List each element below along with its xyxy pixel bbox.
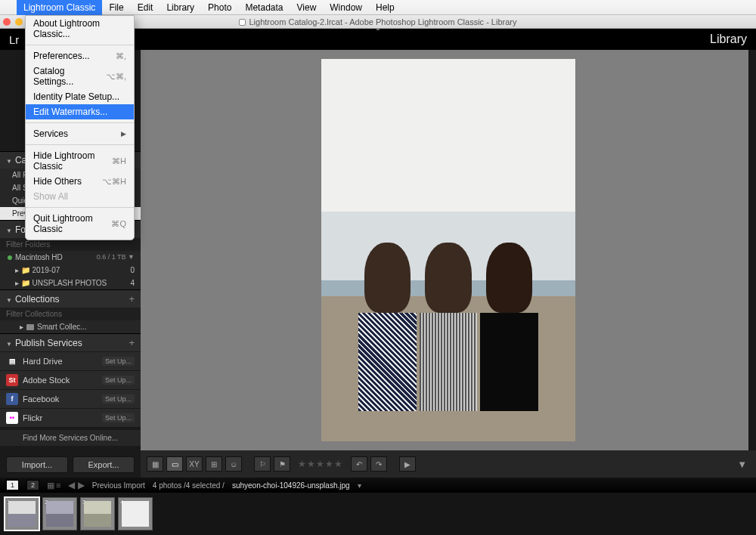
filmstrip-thumb[interactable]: 2	[42, 497, 77, 530]
menu-edit-watermarks[interactable]: Edit Watermarks...	[26, 104, 134, 119]
menu-show-all: Show All	[26, 189, 134, 204]
minimize-window-icon[interactable]	[15, 18, 23, 26]
app-menu-dropdown: About Lightroom Classic... Preferences..…	[25, 15, 135, 240]
flag-picked-icon[interactable]: ⚐	[254, 456, 271, 472]
add-publish-service-icon[interactable]: +	[129, 337, 135, 348]
folder-icon	[26, 324, 34, 330]
hard-drive-icon: ▤	[6, 355, 18, 367]
filmstrip-thumb[interactable]: 4	[118, 497, 153, 530]
close-window-icon[interactable]	[3, 18, 11, 26]
preview-photo	[321, 59, 575, 441]
menu-hide-others[interactable]: Hide Others⌥⌘H	[26, 174, 134, 189]
setup-button[interactable]: Set Up...	[102, 413, 135, 422]
find-more-services[interactable]: Find More Services Online...	[0, 430, 141, 446]
disclosure-triangle-icon: ▼	[6, 227, 12, 234]
menu-library[interactable]: Library	[160, 0, 201, 15]
menu-catalog-settings[interactable]: Catalog Settings...⌥⌘,	[26, 63, 134, 89]
menu-file[interactable]: File	[102, 0, 130, 15]
rotate-right-icon[interactable]: ↷	[370, 456, 387, 472]
grid-toggle-icon[interactable]: ▦	[47, 481, 54, 490]
lightroom-logo: Lr	[9, 33, 19, 46]
rating-stars[interactable]: ★★★★★	[298, 459, 343, 469]
collections-filter[interactable]: Filter Collections	[0, 308, 141, 320]
filmstrip: 1 2 3 4	[0, 493, 756, 535]
menu-window[interactable]: Window	[323, 0, 369, 15]
chevron-right-icon: ▶	[121, 130, 126, 138]
loupe-view[interactable]	[141, 50, 756, 450]
menu-preferences[interactable]: Preferences...⌘,	[26, 48, 134, 63]
publish-facebook[interactable]: fFacebookSet Up...	[0, 389, 141, 408]
collection-row[interactable]: ▸Smart Collec...	[0, 320, 141, 333]
folder-row[interactable]: ▸ 📁 2019-070	[0, 264, 141, 277]
disk-row[interactable]: Macintosh HD0.6 / 1 TB ▼	[0, 251, 141, 264]
menu-services[interactable]: Services▶	[26, 126, 134, 141]
view-toolbar: ▦ ▭ XY ⊞ ☺ ⚐ ⚑ ★★★★★ ↶ ↷ ▶ ▼	[141, 450, 756, 478]
filmstrip-thumb[interactable]: 3	[80, 497, 115, 530]
menu-hide-lr[interactable]: Hide Lightroom Classic⌘H	[26, 148, 134, 174]
grid-view-icon[interactable]: ▦	[147, 456, 163, 472]
setup-button[interactable]: Set Up...	[102, 394, 135, 404]
disk-status-icon	[8, 255, 12, 260]
import-export-bar: Import... Export...	[0, 452, 141, 478]
mac-menubar: Lightroom Classic File Edit Library Phot…	[0, 0, 756, 15]
import-button[interactable]: Import...	[6, 456, 68, 473]
menu-identity-plate[interactable]: Identity Plate Setup...	[26, 89, 134, 104]
publish-adobe-stock[interactable]: StAdobe StockSet Up...	[0, 370, 141, 389]
menu-view[interactable]: View	[290, 0, 324, 15]
flickr-icon: ••	[6, 412, 18, 424]
add-collection-icon[interactable]: +	[129, 293, 135, 305]
right-panel-collapse[interactable]	[748, 50, 756, 450]
menu-about[interactable]: About Lightroom Classic...	[26, 16, 134, 42]
setup-button[interactable]: Set Up...	[102, 357, 135, 366]
next-icon[interactable]: ▶	[78, 480, 85, 490]
slideshow-icon[interactable]: ▶	[399, 456, 416, 472]
status-summary: 4 photos /4 selected /	[153, 481, 225, 490]
module-label[interactable]: Library	[710, 32, 747, 46]
menu-help[interactable]: Help	[369, 0, 401, 15]
status-filename: suhyeon-choi-104926-unsplash.jpg	[232, 481, 350, 490]
menu-quit[interactable]: Quit Lightroom Classic⌘Q	[26, 211, 134, 237]
loupe-view-icon[interactable]: ▭	[166, 456, 183, 472]
survey-view-icon[interactable]: ⊞	[206, 456, 222, 472]
disclosure-triangle-icon: ▼	[6, 341, 12, 348]
document-icon	[239, 19, 246, 26]
facebook-icon: f	[6, 393, 18, 405]
toolbar-menu-icon[interactable]: ▼	[737, 459, 747, 470]
status-collection[interactable]: Previous Import	[92, 481, 145, 490]
filmstrip-status-bar: 1 2 ▦≡ ◀ ▶ Previous Import 4 photos /4 s…	[0, 478, 756, 493]
disclosure-triangle-icon: ▼	[6, 158, 12, 165]
publish-flickr[interactable]: ••FlickrSet Up...	[0, 408, 141, 427]
rotate-left-icon[interactable]: ↶	[351, 456, 367, 472]
menu-metadata[interactable]: Metadata	[238, 0, 290, 15]
menu-lightroom-classic[interactable]: Lightroom Classic	[17, 0, 102, 15]
compare-view-icon[interactable]: XY	[186, 456, 203, 472]
collections-header[interactable]: ▼Collections+	[0, 290, 141, 308]
flag-rejected-icon[interactable]: ⚑	[274, 456, 290, 472]
disclosure-triangle-icon: ▼	[6, 297, 12, 304]
screen-1-button[interactable]: 1	[6, 480, 19, 490]
screen-2-button[interactable]: 2	[26, 480, 39, 490]
sort-icon[interactable]: ≡	[56, 481, 60, 490]
menu-photo[interactable]: Photo	[201, 0, 238, 15]
publish-hard-drive[interactable]: ▤Hard DriveSet Up...	[0, 351, 141, 370]
people-view-icon[interactable]: ☺	[225, 456, 242, 472]
publish-header[interactable]: ▼Publish Services+	[0, 334, 141, 351]
filmstrip-thumb[interactable]: 1	[5, 497, 39, 530]
export-button[interactable]: Export...	[73, 456, 135, 473]
setup-button[interactable]: Set Up...	[102, 376, 135, 385]
folder-row[interactable]: ▸ 📁 UNSPLASH PHOTOS4	[0, 277, 141, 289]
adobe-stock-icon: St	[6, 374, 18, 386]
menu-edit[interactable]: Edit	[131, 0, 160, 15]
prev-icon[interactable]: ◀	[68, 480, 75, 490]
